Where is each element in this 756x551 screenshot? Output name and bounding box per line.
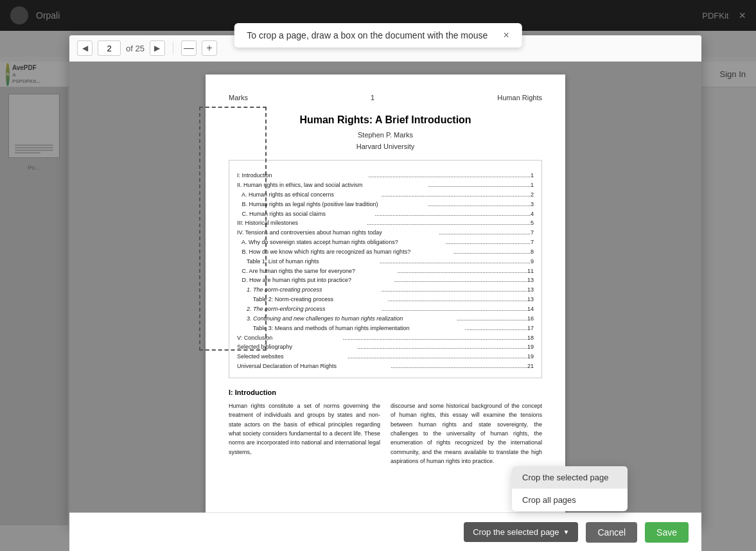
toc-line: I: Introduction.........................…: [237, 171, 534, 371]
page-number-input[interactable]: [98, 40, 121, 56]
crop-dropdown-label: Crop the selected page: [473, 527, 559, 537]
header-left: Marks: [229, 94, 248, 101]
document-view: Marks 1 Human Rights Human Rights: A Bri…: [69, 62, 701, 525]
crop-dropdown-button[interactable]: Crop the selected page ▼: [464, 522, 578, 542]
page-of-label: of 25: [126, 44, 145, 53]
modal-box: ◀ of 25 ▶ — + Marks 1 Human Rights: [69, 35, 701, 525]
zoom-in-button[interactable]: +: [202, 40, 217, 56]
next-page-button[interactable]: ▶: [150, 40, 165, 56]
save-button[interactable]: Save: [645, 522, 689, 543]
bottom-action-bar: Crop the selected page ▼ Cancel Save: [69, 512, 701, 551]
chevron-down-icon: ▼: [563, 529, 570, 536]
instruction-banner: To crop a page, draw a box on the docume…: [234, 23, 522, 48]
crop-selected-page-option[interactable]: Crop the selected page: [512, 466, 628, 489]
crop-dropdown-menu: Crop the selected page Crop all pages: [512, 466, 628, 511]
table-of-contents: I: Introduction.........................…: [229, 160, 542, 378]
body-text-right: discourse and some historical background…: [391, 401, 542, 466]
header-center: 1: [371, 94, 374, 101]
body-col-left: Human rights constitute a set of norms g…: [229, 401, 380, 466]
header-right: Human Rights: [497, 94, 542, 101]
document-institution: Harvard University: [229, 141, 542, 153]
instruction-text: To crop a page, draw a box on the docume…: [247, 30, 488, 40]
document-title-block: Human Rights: A Brief Introduction Steph…: [229, 114, 542, 152]
modal-overlay: To crop a page, draw a box on the docume…: [0, 0, 756, 551]
toolbar-separator: [173, 42, 173, 55]
body-text: Human rights constitute a set of norms g…: [229, 401, 542, 466]
section-heading: I: Introduction: [229, 389, 542, 396]
cancel-button[interactable]: Cancel: [586, 522, 637, 543]
document-author: Stephen P. Marks: [229, 130, 542, 141]
body-col-right: discourse and some historical background…: [391, 401, 542, 466]
instruction-close-button[interactable]: ×: [493, 30, 509, 41]
zoom-out-button[interactable]: —: [181, 40, 197, 56]
body-text-left: Human rights constitute a set of norms g…: [229, 401, 380, 457]
prev-page-button[interactable]: ◀: [77, 40, 92, 56]
pdf-page: Marks 1 Human Rights Human Rights: A Bri…: [206, 74, 565, 524]
document-title: Human Rights: A Brief Introduction: [229, 114, 542, 126]
page-header: Marks 1 Human Rights: [229, 94, 542, 101]
crop-all-pages-option[interactable]: Crop all pages: [512, 489, 628, 511]
